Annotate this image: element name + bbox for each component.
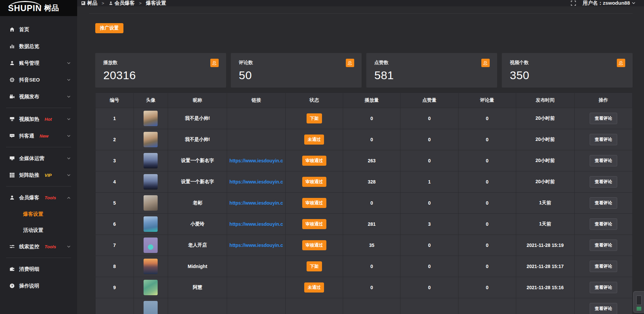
view-comments-button[interactable]: 查看评论: [590, 303, 617, 314]
breadcrumb-member-baoke[interactable]: 会员爆客: [109, 0, 135, 6]
sidebar-item-matrix-boost[interactable]: 矩阵助推 VIP: [0, 167, 77, 184]
sidebar-item-consumption-detail[interactable]: 消费明细: [0, 261, 77, 277]
view-comments-button[interactable]: 查看评论: [590, 176, 617, 188]
view-comments-button[interactable]: 查看评论: [590, 261, 617, 272]
cell-id: 7: [96, 235, 134, 256]
chat-bubble-icon: [9, 133, 15, 139]
cell-status: 未通过: [285, 277, 343, 298]
sidebar-item-lead-monitor[interactable]: 线索监控 Tools: [0, 238, 77, 255]
cell-link: https://www.iesdouyin.c: [227, 235, 286, 256]
view-comments-button[interactable]: 查看评论: [590, 282, 617, 293]
video-camera-icon: [9, 94, 15, 99]
cell-nickname: 阿慧: [168, 277, 227, 298]
col-publish-time: 发布时间: [516, 93, 575, 108]
sidebar-item-instructions[interactable]: ? 操作说明: [0, 277, 77, 294]
cell-link: https://www.iesdouyin.c: [227, 150, 286, 171]
cell-publish-time: 2021-11-28 15:17: [516, 256, 575, 277]
cell-comments: 0: [459, 235, 516, 256]
cell-comments: 0: [459, 129, 516, 150]
topbar: 树品 > 会员爆客 > 爆客设置 用户名：zswodun88: [77, 0, 644, 6]
view-comments-button[interactable]: 查看评论: [590, 113, 617, 124]
cell-comments: 0: [459, 171, 516, 193]
table-body: 1 我不是小帅! 下架 0 0 0 20小时前 查看评论 2 我不是小帅! 未通…: [96, 108, 633, 314]
video-link[interactable]: https://www.iesdouyin.c: [229, 200, 283, 206]
table-row: 6 小爱玲 https://www.iesdouyin.c 审核通过 281 3…: [96, 214, 633, 235]
sidebar-subitem-activity-settings[interactable]: 活动设置: [0, 222, 77, 238]
view-comments-button[interactable]: 查看评论: [590, 240, 617, 251]
cell-link: [227, 129, 286, 150]
cell-plays: 0: [343, 129, 400, 150]
content: 推广设置 播放数 总 20316 评论数 总 50: [77, 6, 644, 314]
cell-actions: 查看评论: [575, 193, 633, 214]
promo-settings-button[interactable]: 推广设置: [95, 23, 123, 33]
fullscreen-icon[interactable]: [571, 1, 576, 6]
sidebar-item-douketong[interactable]: 抖客通 New: [0, 127, 77, 144]
stat-card-likes: 点赞数 总 581: [366, 53, 497, 88]
video-link[interactable]: https://www.iesdouyin.c: [229, 158, 283, 163]
cell-publish-time: 1天前: [516, 193, 575, 214]
floating-widget[interactable]: [633, 291, 644, 313]
cell-likes: 0: [400, 235, 459, 256]
cell-nickname: 老彬: [168, 193, 227, 214]
sidebar-subitem-baoke-settings[interactable]: 爆客设置: [0, 206, 77, 222]
video-table: 编号 头像 昵称 链接 状态 播放量 点赞量 评论量 发布时间 操作: [95, 93, 633, 314]
table-row: 2 我不是小帅! 未通过 0 0 0 20小时前 查看评论: [96, 129, 633, 150]
sidebar-item-video-heating[interactable]: 视频加热 Hot: [0, 111, 77, 127]
chevron-down-icon: [67, 118, 70, 120]
avatar: [144, 153, 158, 168]
cell-likes: 3: [400, 214, 459, 235]
cell-avatar: [133, 108, 168, 129]
cell-likes: 1: [400, 171, 459, 193]
avatar: [144, 216, 158, 232]
sidebar-item-douyin-seo[interactable]: 抖音SEO: [0, 71, 77, 88]
sidebar-item-all-media[interactable]: 全媒体运营: [0, 150, 77, 167]
status-badge: 审核通过: [302, 240, 326, 250]
table-row: 查看评论: [96, 298, 633, 314]
view-comments-button[interactable]: 查看评论: [590, 218, 617, 230]
user-menu[interactable]: 用户名：zswodun88: [583, 0, 635, 6]
sidebar-item-member-baoke[interactable]: 会员爆客 Tools: [0, 189, 77, 206]
stat-value: 50: [239, 69, 354, 82]
cell-actions: 查看评论: [575, 171, 633, 193]
heat-projector-icon: [9, 116, 15, 122]
cell-actions: 查看评论: [575, 298, 633, 314]
sidebar-item-account-mgmt[interactable]: 账号管理: [0, 55, 77, 71]
chevron-up-icon: [67, 197, 70, 199]
cell-id: 9: [96, 277, 134, 298]
breadcrumb-home[interactable]: 树品: [81, 0, 97, 6]
view-comments-button[interactable]: 查看评论: [590, 197, 617, 209]
col-comments: 评论量: [459, 93, 516, 108]
cell-avatar: [133, 256, 168, 277]
help-icon: ?: [9, 283, 15, 289]
avatar: [144, 111, 158, 126]
cell-comments: 0: [459, 214, 516, 235]
status-badge: 未通过: [304, 135, 324, 145]
cell-comments: [459, 298, 516, 314]
col-status: 状态: [285, 93, 343, 108]
view-comments-button[interactable]: 查看评论: [590, 134, 617, 145]
breadcrumb: 树品 > 会员爆客 > 爆客设置: [81, 0, 166, 6]
table-header: 编号 头像 昵称 链接 状态 播放量 点赞量 评论量 发布时间 操作: [96, 93, 633, 108]
video-link[interactable]: https://www.iesdouyin.c: [229, 221, 283, 227]
chevron-down-icon: [67, 157, 70, 160]
avatar: [144, 259, 158, 274]
tools-badge: Tools: [45, 244, 56, 249]
video-link[interactable]: https://www.iesdouyin.c: [229, 179, 283, 185]
cell-avatar: [133, 214, 168, 235]
cell-comments: 0: [459, 277, 516, 298]
status-badge: 审核通过: [302, 198, 326, 208]
sidebar-divider: [6, 147, 71, 147]
stat-value: 20316: [103, 69, 219, 82]
cell-publish-time: [516, 298, 575, 314]
cell-nickname: 小爱玲: [168, 214, 227, 235]
sidebar-item-video-publish[interactable]: 视频发布: [0, 88, 77, 105]
video-link[interactable]: https://www.iesdouyin.c: [229, 243, 283, 248]
sidebar-item-home[interactable]: 首页: [0, 21, 77, 38]
avatar: [144, 280, 158, 295]
view-comments-button[interactable]: 查看评论: [590, 155, 617, 166]
cell-link: [227, 108, 286, 129]
sidebar-item-data-overview[interactable]: 数据总览: [0, 38, 77, 55]
cell-status: [285, 298, 343, 314]
widget-screen: [636, 296, 642, 305]
cell-likes: 0: [400, 108, 459, 129]
